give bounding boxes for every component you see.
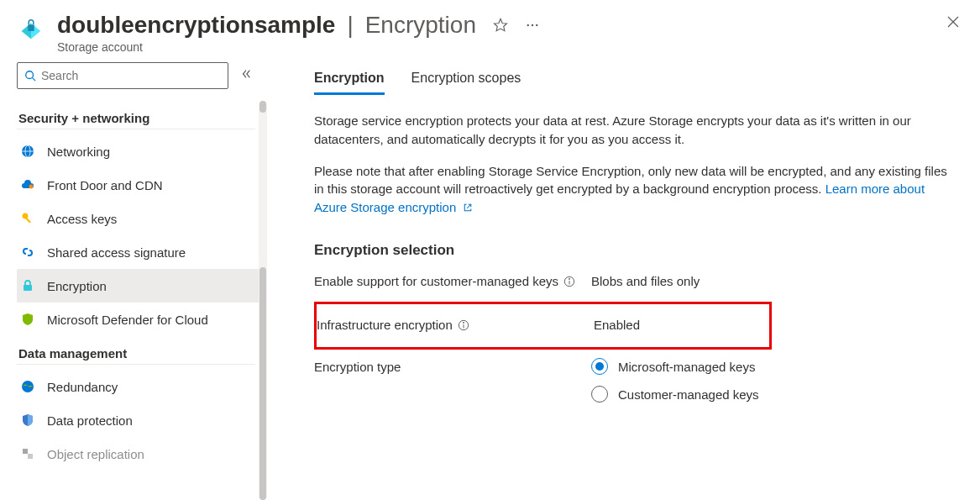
svg-point-4 — [536, 24, 537, 26]
sidebar-item-label: Front Door and CDN — [47, 178, 163, 192]
tab-encryption[interactable]: Encryption — [314, 71, 385, 95]
close-blade-button[interactable] — [943, 12, 963, 32]
svg-point-22 — [569, 278, 569, 279]
cloud-icon — [20, 177, 35, 192]
radio-button-icon — [591, 358, 608, 375]
key-icon — [20, 211, 35, 226]
svg-point-25 — [463, 322, 464, 323]
row-cmk-support: Enable support for customer-managed keys… — [314, 272, 960, 292]
title-separator: | — [347, 12, 353, 39]
description-2: Please note that after enabling Storage … — [314, 162, 960, 217]
svg-rect-17 — [23, 449, 28, 454]
sidebar-item-data-protection[interactable]: Data protection — [17, 403, 267, 437]
link-icon — [20, 245, 35, 260]
sidebar-search-input[interactable] — [17, 62, 228, 89]
svg-line-19 — [468, 204, 472, 208]
sidebar-item-networking[interactable]: Networking — [17, 134, 267, 168]
svg-point-16 — [22, 381, 34, 392]
sidebar-item-frontdoor[interactable]: Front Door and CDN — [17, 168, 267, 202]
info-icon[interactable] — [563, 274, 575, 292]
blade-header: doubleencryptionsample | Encryption Stor… — [0, 0, 980, 62]
lock-icon — [20, 278, 35, 293]
sidebar-item-object-replication[interactable]: Object replication — [17, 437, 267, 471]
svg-rect-0 — [28, 24, 34, 31]
sidebar-item-label: Redundancy — [47, 380, 118, 394]
encryption-type-label: Encryption type — [314, 358, 401, 376]
collapse-sidebar-icon[interactable] — [237, 65, 255, 87]
external-link-icon — [463, 203, 473, 213]
radio-microsoft-managed[interactable]: Microsoft-managed keys — [591, 358, 960, 376]
resource-type-label: Storage account — [57, 40, 943, 54]
favorite-star-icon[interactable] — [493, 18, 508, 36]
radio-customer-managed[interactable]: Customer-managed keys — [591, 386, 960, 403]
radio-label: Microsoft-managed keys — [618, 358, 755, 376]
radio-label: Customer-managed keys — [618, 386, 759, 403]
sidebar-item-access-keys[interactable]: Access keys — [17, 202, 267, 235]
sidebar-item-defender[interactable]: Microsoft Defender for Cloud — [17, 303, 267, 336]
sidebar: Security + networking Networking Front D… — [0, 62, 267, 500]
infra-encryption-label: Infrastructure encryption — [317, 316, 453, 334]
globe2-icon — [20, 379, 35, 394]
section-heading-encryption-selection: Encryption selection — [314, 242, 960, 259]
sidebar-search-field[interactable] — [41, 69, 221, 82]
sidebar-section-data-mgmt: Data management — [18, 346, 267, 361]
storage-lock-icon — [18, 17, 44, 42]
shield2-icon — [20, 413, 35, 428]
encryption-type-radio-group: Microsoft-managed keys Customer-managed … — [591, 358, 960, 403]
tab-bar: Encryption Encryption scopes — [314, 71, 960, 95]
svg-marker-1 — [494, 19, 506, 31]
main-content: Encryption Encryption scopes Storage ser… — [267, 62, 980, 500]
object-icon — [20, 446, 35, 461]
page-name: Encryption — [365, 12, 476, 39]
globe-icon — [20, 144, 35, 159]
description-1: Storage service encryption protects your… — [314, 112, 960, 149]
sidebar-item-label: Microsoft Defender for Cloud — [47, 313, 208, 327]
sidebar-item-redundancy[interactable]: Redundancy — [17, 370, 267, 403]
svg-point-7 — [26, 71, 34, 79]
sidebar-item-label: Data protection — [47, 413, 133, 428]
svg-point-3 — [532, 24, 533, 26]
svg-line-8 — [33, 78, 36, 82]
infra-encryption-value: Enabled — [594, 316, 769, 334]
sidebar-item-label: Encryption — [47, 279, 107, 293]
infrastructure-encryption-highlight: Infrastructure encryption Enabled — [314, 302, 772, 350]
info-icon[interactable] — [458, 318, 469, 335]
radio-button-icon — [591, 386, 608, 403]
cmk-support-label: Enable support for customer-managed keys — [314, 272, 558, 290]
cmk-support-value: Blobs and files only — [591, 272, 960, 290]
sidebar-scrollbar[interactable] — [259, 101, 267, 500]
svg-point-12 — [29, 185, 34, 189]
more-actions-icon[interactable] — [525, 18, 540, 36]
sidebar-item-sas[interactable]: Shared access signature — [17, 235, 267, 269]
sidebar-section-security: Security + networking — [18, 111, 267, 125]
sidebar-item-encryption[interactable]: Encryption — [17, 269, 267, 303]
sidebar-item-label: Access keys — [47, 212, 117, 226]
svg-rect-14 — [25, 218, 31, 224]
sidebar-item-label: Networking — [47, 145, 110, 159]
svg-point-2 — [527, 24, 529, 26]
resource-name: doubleencryptionsample — [57, 12, 335, 39]
search-icon — [24, 70, 36, 82]
shield-icon — [20, 312, 35, 327]
sidebar-item-label: Shared access signature — [47, 245, 186, 260]
row-encryption-type: Encryption type Microsoft-managed keys C… — [314, 358, 960, 403]
sidebar-item-label: Object replication — [47, 447, 144, 461]
svg-rect-18 — [28, 454, 33, 459]
svg-rect-15 — [24, 285, 32, 291]
tab-encryption-scopes[interactable]: Encryption scopes — [411, 71, 521, 95]
